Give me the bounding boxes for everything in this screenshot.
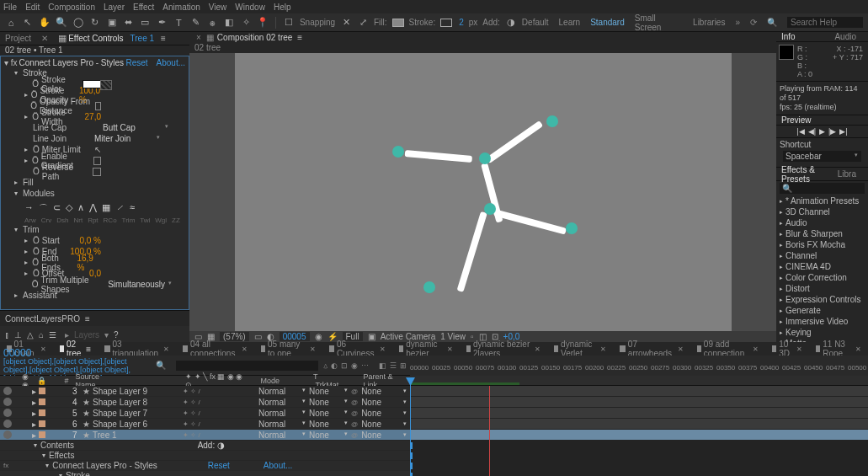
clp-tool-2-icon[interactable]: ⊥ — [14, 330, 22, 340]
pen-icon[interactable]: ✒ — [156, 17, 168, 29]
tab-info[interactable]: Info — [781, 32, 796, 41]
next-frame-icon[interactable]: |▶ — [828, 127, 836, 136]
panel-menu-icon[interactable]: ≡ — [161, 34, 166, 43]
puppet-icon[interactable]: 📍 — [257, 17, 269, 29]
tab-audio[interactable]: Audio — [834, 32, 856, 41]
tl-icon-4[interactable]: ◉ — [351, 361, 358, 370]
property-row[interactable]: ▾Stroke — [0, 471, 410, 476]
workspace-small-screen[interactable]: Small Screen — [635, 13, 683, 32]
eraser-icon[interactable]: ◧ — [223, 17, 235, 29]
tab-libraries[interactable]: Libra — [838, 169, 856, 179]
prev-frame-icon[interactable]: ◀| — [808, 127, 816, 136]
line-cap-dropdown[interactable]: Butt Cap — [103, 123, 162, 132]
fx-category[interactable]: ▸Distort — [776, 283, 868, 294]
fx-category[interactable]: ▸Boris FX Mocha — [776, 239, 868, 250]
visibility-icon[interactable] — [3, 409, 12, 417]
workspace-libraries[interactable]: Libraries — [693, 18, 725, 27]
workspace-more-icon[interactable]: » — [735, 18, 740, 27]
orbit-icon[interactable]: ◯ — [72, 17, 84, 29]
fx-category[interactable]: ▸Expression Controls — [776, 294, 868, 305]
tab-project-close-icon[interactable]: ✕ — [41, 34, 48, 43]
comp-tab-label[interactable]: Composition 02 tree — [217, 33, 293, 42]
rotate-icon[interactable]: ↻ — [89, 17, 101, 29]
fx-category[interactable]: ▸CINEMA 4D — [776, 261, 868, 272]
property-row[interactable]: ▾Effects — [0, 451, 410, 461]
module-icon-4[interactable]: ◇ — [66, 202, 72, 215]
sync-icon[interactable]: ⟳ — [750, 18, 757, 27]
anim-opacity-icon[interactable]: Ö — [31, 90, 38, 99]
menu-window[interactable]: Window — [235, 3, 265, 12]
module-icon-6[interactable]: ⋀ — [89, 202, 97, 215]
effects-presets-list[interactable]: ▸* Animation Presets▸3D Channel▸Audio▸Bl… — [776, 195, 868, 342]
playhead[interactable] — [410, 377, 411, 476]
composition-viewer[interactable] — [189, 53, 776, 331]
reset-link[interactable]: Reset — [125, 58, 147, 67]
group-modules[interactable]: Modules — [23, 189, 55, 198]
module-icon-7[interactable]: ▦ — [102, 202, 110, 215]
tl-icon-8[interactable]: ⊞ — [400, 361, 407, 370]
menu-edit[interactable]: Edit — [25, 3, 40, 12]
clp-menu-icon[interactable]: ≡ — [85, 314, 90, 324]
first-frame-icon[interactable]: |◀ — [796, 127, 804, 136]
stroke-swatch[interactable] — [440, 19, 452, 27]
group-trim[interactable]: Trim — [23, 225, 40, 234]
roto-icon[interactable]: ✧ — [240, 17, 252, 29]
module-icon-2[interactable]: ⌒ — [39, 202, 48, 215]
line-join-dropdown[interactable]: Miter Join — [94, 134, 153, 143]
module-icon-1[interactable]: → — [24, 202, 34, 215]
current-time-indicator[interactable] — [489, 386, 490, 476]
tab-effects-presets[interactable]: Effects & Presets — [781, 165, 831, 184]
fill-swatch[interactable] — [392, 19, 404, 27]
tab-preview[interactable]: Preview — [781, 115, 812, 125]
visibility-icon[interactable] — [3, 387, 12, 395]
search-help-input[interactable] — [787, 17, 863, 28]
layer-row[interactable]: ▸3★Shape Layer 9✦ ✧ / NormalNoneNone — [0, 386, 410, 397]
visibility-icon[interactable] — [3, 420, 12, 428]
module-icon-8[interactable]: ⟋ — [115, 202, 125, 215]
stamp-icon[interactable]: ⎈ — [206, 17, 218, 29]
camera-icon[interactable]: ▣ — [106, 17, 118, 29]
clp-help-icon[interactable]: ? — [114, 330, 119, 340]
visibility-icon[interactable] — [3, 398, 12, 406]
layer-row[interactable]: ▸5★Shape Layer 7✦ ✧ / NormalNoneNone — [0, 408, 410, 419]
menu-layer[interactable]: Layer — [104, 3, 125, 12]
anim-stroke-color-icon[interactable]: Ö — [32, 79, 39, 88]
brush-icon[interactable]: ✎ — [189, 17, 201, 29]
tl-icon-3[interactable]: ⊡ — [341, 361, 348, 370]
shape-icon[interactable]: ▭ — [140, 17, 152, 29]
stroke-width-value2[interactable]: 27,0 — [85, 112, 101, 121]
hand-icon[interactable]: ✋ — [39, 17, 51, 29]
visibility-icon[interactable] — [3, 431, 12, 439]
comp-tab-menu-icon[interactable]: ≡ — [297, 33, 302, 42]
tab-effect-controls[interactable]: Effect Controls — [68, 34, 123, 43]
timecode-current[interactable]: 00000 — [3, 349, 147, 357]
module-icon-5[interactable]: ∧ — [77, 202, 84, 215]
last-frame-icon[interactable]: ▶| — [839, 127, 847, 136]
menu-composition[interactable]: Composition — [48, 3, 95, 12]
workspace-default[interactable]: Default — [522, 18, 549, 27]
shortcut-dropdown[interactable]: Spacebar — [783, 151, 861, 162]
comp-breadcrumb[interactable]: 02 tree — [189, 43, 776, 53]
tl-icon-5[interactable]: ⋯ — [361, 361, 369, 370]
menu-file[interactable]: File — [3, 3, 17, 12]
play-icon[interactable]: ▶ — [819, 127, 825, 136]
fx-category[interactable]: ▸Channel — [776, 250, 868, 261]
type-icon[interactable]: T — [173, 17, 184, 29]
add-menu-icon[interactable]: ◑ — [505, 17, 517, 29]
tl-icon-7[interactable]: ☰ — [390, 361, 397, 370]
stroke-color-swatch[interactable] — [83, 80, 101, 88]
fx-category[interactable]: ▸Immersive Video — [776, 316, 868, 327]
group-fill[interactable]: Fill — [23, 178, 34, 187]
group-assistant[interactable]: Assistant — [23, 291, 57, 300]
layer-row[interactable]: ▸6★Shape Layer 6✦ ✧ / NormalNoneNone — [0, 419, 410, 430]
fx-category[interactable]: ▸Keying — [776, 327, 868, 338]
reverse-path-checkbox[interactable] — [93, 168, 101, 176]
timeline-ruler[interactable]: 0000000025000500007500100001250015000175… — [410, 356, 868, 375]
clp-tool-1-icon[interactable]: ⫿ — [5, 330, 9, 340]
start-value[interactable]: 0,0 % — [79, 236, 101, 245]
fx-category[interactable]: ▸* Animation Presets — [776, 195, 868, 206]
menu-effect[interactable]: Effect — [133, 3, 154, 12]
about-link[interactable]: About... — [157, 58, 185, 67]
workspace-learn[interactable]: Learn — [559, 18, 581, 27]
selection-icon[interactable]: ↖ — [22, 17, 34, 29]
